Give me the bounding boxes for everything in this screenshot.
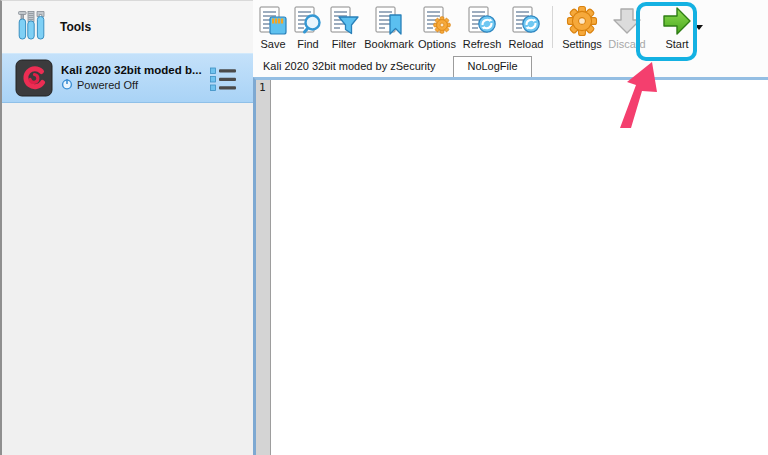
settings-label: Settings bbox=[562, 38, 602, 50]
start-dropdown-caret-icon[interactable] bbox=[695, 25, 703, 30]
kali-logo-icon bbox=[15, 59, 53, 97]
vm-list-sidebar: Tools Kali 2020 32bit moded b... bbox=[0, 0, 253, 455]
start-arrow-icon bbox=[661, 5, 693, 37]
discard-button: Discard bbox=[606, 3, 648, 50]
discard-label: Discard bbox=[608, 38, 645, 50]
refresh-button[interactable]: Refresh bbox=[459, 3, 505, 50]
bookmark-icon bbox=[373, 5, 405, 37]
save-label: Save bbox=[260, 38, 285, 50]
reload-button[interactable]: Reload bbox=[505, 3, 547, 50]
virtualbox-log-viewer-window: Tools Kali 2020 32bit moded b... bbox=[0, 0, 768, 455]
bookmark-button[interactable]: Bookmark bbox=[363, 3, 415, 50]
filter-button[interactable]: Filter bbox=[325, 3, 363, 50]
log-viewer-panel: Save Find bbox=[253, 0, 768, 455]
line-number: 1 bbox=[259, 81, 266, 94]
bookmark-label: Bookmark bbox=[364, 38, 414, 50]
sidebar-tools-row[interactable]: Tools bbox=[2, 1, 253, 53]
toolbar-separator bbox=[552, 6, 553, 48]
options-button[interactable]: Options bbox=[415, 3, 459, 50]
tools-label: Tools bbox=[60, 20, 91, 34]
vm-tools-menu-icon[interactable] bbox=[210, 67, 237, 94]
tab-nologfile[interactable]: NoLogFile bbox=[453, 56, 531, 77]
log-viewer-toolbar: Save Find bbox=[253, 0, 768, 55]
save-button[interactable]: Save bbox=[255, 3, 291, 50]
options-label: Options bbox=[418, 38, 456, 50]
find-button[interactable]: Find bbox=[291, 3, 325, 50]
vm-info: Kali 2020 32bit moded b... Powered Off bbox=[61, 64, 202, 92]
power-icon bbox=[61, 78, 73, 92]
reload-label: Reload bbox=[509, 38, 544, 50]
vm-status-row: Powered Off bbox=[61, 78, 202, 92]
vm-list-item-kali[interactable]: Kali 2020 32bit moded b... Powered Off bbox=[2, 53, 253, 103]
log-content[interactable] bbox=[271, 80, 768, 455]
start-button[interactable]: Start bbox=[652, 3, 702, 50]
settings-button[interactable]: Settings bbox=[558, 3, 606, 50]
vm-status-label: Powered Off bbox=[77, 79, 138, 91]
start-label: Start bbox=[665, 38, 688, 50]
log-text-view[interactable]: 1 bbox=[253, 77, 768, 455]
options-icon bbox=[421, 5, 453, 37]
refresh-icon bbox=[466, 5, 498, 37]
discard-arrow-icon bbox=[611, 5, 643, 37]
refresh-label: Refresh bbox=[463, 38, 502, 50]
save-icon bbox=[257, 5, 289, 37]
tools-icon bbox=[17, 9, 45, 45]
filter-label: Filter bbox=[332, 38, 356, 50]
tab-machine-log[interactable]: Kali 2020 32bit moded by zSecurity bbox=[253, 56, 445, 77]
settings-gear-icon bbox=[566, 5, 598, 37]
reload-icon bbox=[510, 5, 542, 37]
find-icon bbox=[292, 5, 324, 37]
filter-icon bbox=[328, 5, 360, 37]
log-tabbar: Kali 2020 32bit moded by zSecurity NoLog… bbox=[253, 55, 768, 77]
find-label: Find bbox=[297, 38, 318, 50]
vm-name: Kali 2020 32bit moded b... bbox=[61, 64, 202, 76]
line-number-gutter: 1 bbox=[256, 80, 271, 455]
